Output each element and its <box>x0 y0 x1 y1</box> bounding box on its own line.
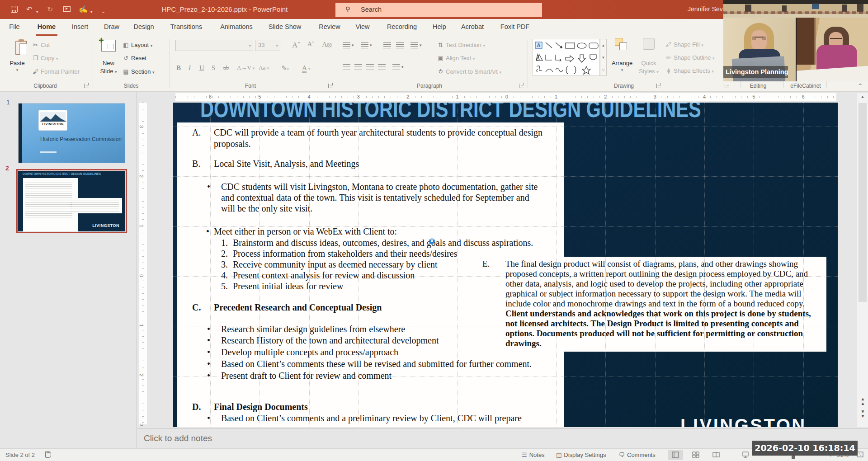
tab-file[interactable]: File <box>9 23 19 30</box>
shape-effects-button[interactable]: ⧫Shape Effects ▾ <box>665 67 714 74</box>
search-input[interactable]: ⚲ Search <box>335 3 542 17</box>
slide2-thumbnail[interactable]: DOWNTOWN HISTORIC DISTRICT DESIGN GUIDEL… <box>18 171 125 231</box>
columns-icon[interactable] <box>392 64 400 70</box>
slide-title-text[interactable]: DOWNTOWN HISTORIC DISTRICT DESIGN GUIDEL… <box>200 103 701 122</box>
clear-formatting-icon[interactable]: A⦻ <box>322 41 332 49</box>
underline-icon[interactable]: U <box>199 64 204 72</box>
line-spacing-icon[interactable] <box>410 42 418 48</box>
layout-button[interactable]: ◧Layout ▾ <box>122 42 152 48</box>
reset-button[interactable]: ↺Reset <box>122 55 146 61</box>
numbering-chevron-icon[interactable]: ▾ <box>370 43 372 47</box>
v-ruler-number: 3 <box>139 125 144 128</box>
format-painter-button[interactable]: 🖌Format Painter <box>32 68 80 75</box>
slide-canvas[interactable]: DOWNTOWN HISTORIC DISTRICT DESIGN GUIDEL… <box>173 103 838 427</box>
undo-icon[interactable]: ↶ <box>26 5 32 14</box>
change-case-icon[interactable]: Aa ▾ <box>259 64 269 71</box>
font-color-icon[interactable]: A ▾ <box>302 64 310 72</box>
justify-icon[interactable] <box>378 64 386 70</box>
bullets-chevron-icon[interactable]: ▾ <box>352 43 354 47</box>
tab-design[interactable]: Design <box>133 23 154 30</box>
slide1-thumbnail[interactable]: LIVINGSTON Historic Preservation Commiss… <box>18 103 125 163</box>
align-right-icon[interactable] <box>366 64 374 70</box>
customize-qat-icon[interactable]: ⌄ <box>101 7 105 16</box>
font-size-combo[interactable]: 33▾ <box>255 40 280 51</box>
slide-vertical-scrollbar[interactable]: ▲ ▲▲ ▼▼ <box>857 93 868 427</box>
start-presentation-icon[interactable] <box>63 6 71 12</box>
tab-draw[interactable]: Draw <box>104 23 119 30</box>
undo-chevron-icon[interactable]: ▾ <box>36 7 38 16</box>
touch-mode-icon[interactable]: ✍ <box>79 5 88 14</box>
scroll-up-icon: ▲ <box>857 93 868 101</box>
slide-sorter-view-button[interactable] <box>688 450 703 460</box>
horizontal-ruler[interactable]: 6543210123456 <box>175 93 836 101</box>
slide-text-line: Present initial ideas for review <box>233 281 343 292</box>
reading-view-button[interactable] <box>708 450 724 460</box>
tab-foxit-pdf[interactable]: Foxit PDF <box>500 23 529 30</box>
slide-e-text-line: not licensed architects. The Design Prod… <box>505 319 799 329</box>
increase-font-icon[interactable]: Aˆ <box>292 41 300 50</box>
normal-view-button[interactable] <box>668 450 683 460</box>
char-spacing-icon[interactable]: A↔V ▾ <box>237 64 255 71</box>
align-left-icon[interactable] <box>343 64 350 70</box>
paragraph-dialog-launcher-icon[interactable] <box>519 84 524 88</box>
align-text-button[interactable]: ▣Align Text ▾ <box>437 55 475 61</box>
tab-home[interactable]: Home <box>38 23 56 30</box>
slide-list-marker: • <box>207 181 210 192</box>
redo-icon[interactable]: ↻ <box>47 5 53 14</box>
tab-recording[interactable]: Recording <box>387 23 417 30</box>
notes-button[interactable]: ☰Notes <box>522 452 545 458</box>
slide-list-marker: • <box>206 226 209 237</box>
touch-mode-chevron-icon[interactable]: ▾ <box>90 7 93 16</box>
section-button[interactable]: ▤Section ▾ <box>122 68 155 75</box>
tab-review[interactable]: Review <box>319 23 340 30</box>
arrange-button[interactable]: Arrange ▾ <box>609 37 635 81</box>
shape-fill-button[interactable]: 🖍Shape Fill ▾ <box>665 41 703 48</box>
h-ruler-number: 1 <box>455 94 459 99</box>
copy-button[interactable]: ❐Copy ▾ <box>32 55 58 61</box>
tab-acrobat[interactable]: Acrobat <box>461 23 484 30</box>
shape-outline-button[interactable]: ✏Shape Outline ▾ <box>665 54 715 61</box>
slide-list-marker: 2. <box>221 248 228 259</box>
bold-icon[interactable]: B <box>176 64 181 72</box>
comments-button[interactable]: 🗨Comments <box>619 452 656 458</box>
increase-indent-icon[interactable] <box>396 42 404 48</box>
save-icon[interactable] <box>11 6 18 13</box>
cut-button[interactable]: ✂Cut <box>32 42 50 48</box>
font-name-combo[interactable]: ▾ <box>175 40 253 51</box>
vertical-ruler[interactable]: 3210123 <box>139 103 147 424</box>
tab-view[interactable]: View <box>355 23 369 30</box>
tab-help[interactable]: Help <box>433 23 446 30</box>
drawing-dialog-launcher-icon[interactable] <box>656 84 661 88</box>
columns-chevron-icon[interactable]: ▾ <box>401 65 404 69</box>
clipboard-dialog-launcher-icon[interactable] <box>84 84 89 88</box>
text-direction-button[interactable]: ⇅Text Direction ▾ <box>437 42 485 48</box>
display-settings-button[interactable]: ◫Display Settings <box>556 452 606 458</box>
slideshow-view-button[interactable] <box>738 450 753 460</box>
shapes-gallery-scroll[interactable]: ▲ ▼ ▽ <box>600 39 607 76</box>
shapes-gallery[interactable]: A <box>533 39 600 76</box>
bullets-icon[interactable] <box>343 42 350 48</box>
tab-insert[interactable]: Insert <box>72 23 88 30</box>
line-spacing-chevron-icon[interactable]: ▾ <box>420 43 422 47</box>
tab-slide-show[interactable]: Slide Show <box>269 23 302 30</box>
tab-transitions[interactable]: Transitions <box>170 23 202 30</box>
decrease-font-icon[interactable]: Aˇ <box>307 41 314 48</box>
quick-styles-button[interactable]: Quick Styles ▾ <box>637 37 661 81</box>
decrease-indent-icon[interactable] <box>383 42 391 48</box>
editing-dialog-launcher-icon[interactable] <box>725 84 729 88</box>
italic-icon[interactable]: I <box>189 64 191 72</box>
convert-smartart-button[interactable]: ⥁Convert to SmartArt ▾ <box>437 68 501 75</box>
align-center-icon[interactable] <box>354 64 362 70</box>
font-dialog-launcher-icon[interactable] <box>328 84 333 88</box>
new-slide-button[interactable]: New Slide ▾ <box>97 37 120 81</box>
highlight-color-icon[interactable]: ✎▾ <box>281 64 289 72</box>
tab-animations[interactable]: Animations <box>220 23 253 30</box>
accessibility-icon[interactable] <box>45 451 51 458</box>
slides-group-label: Slides <box>124 83 139 89</box>
paste-button[interactable]: Paste ▾ <box>5 37 30 81</box>
account-user-name[interactable]: Jennifer Sev <box>688 5 723 13</box>
collapse-ribbon-icon[interactable]: ⌃ <box>858 83 863 89</box>
numbering-icon[interactable] <box>361 42 368 48</box>
shadow-icon[interactable]: S <box>212 64 215 72</box>
strikethrough-icon[interactable]: ab <box>223 64 229 71</box>
